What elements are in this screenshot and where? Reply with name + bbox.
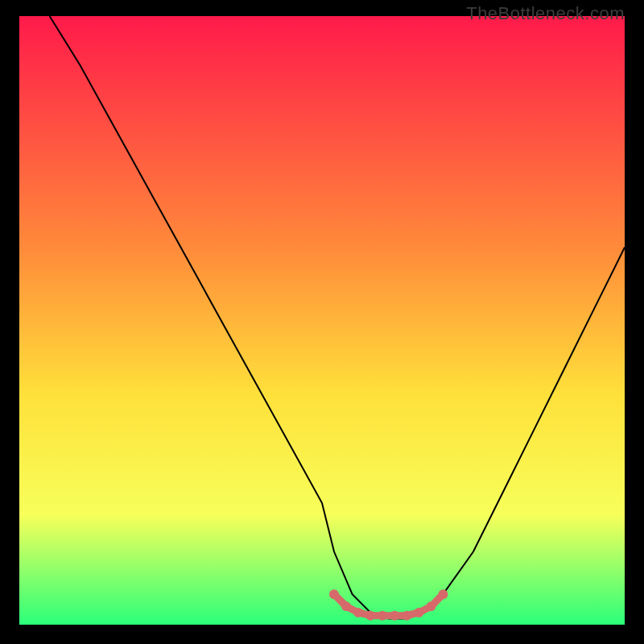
chart-frame: TheBottleneck.com <box>0 0 644 644</box>
gradient-bg <box>19 16 625 625</box>
chart-svg <box>19 16 625 625</box>
watermark-text: TheBottleneck.com <box>466 3 625 24</box>
sweet-dot <box>365 611 375 621</box>
sweet-dot <box>329 589 339 599</box>
sweet-dot <box>378 611 387 621</box>
sweet-dot <box>390 611 399 621</box>
chart-plot-area <box>19 16 625 625</box>
sweet-dot <box>341 601 351 611</box>
sweet-dot <box>426 601 436 611</box>
sweet-dot <box>438 589 448 599</box>
sweet-dot <box>402 611 411 621</box>
sweet-dot <box>414 608 423 617</box>
sweet-dot <box>353 608 363 617</box>
